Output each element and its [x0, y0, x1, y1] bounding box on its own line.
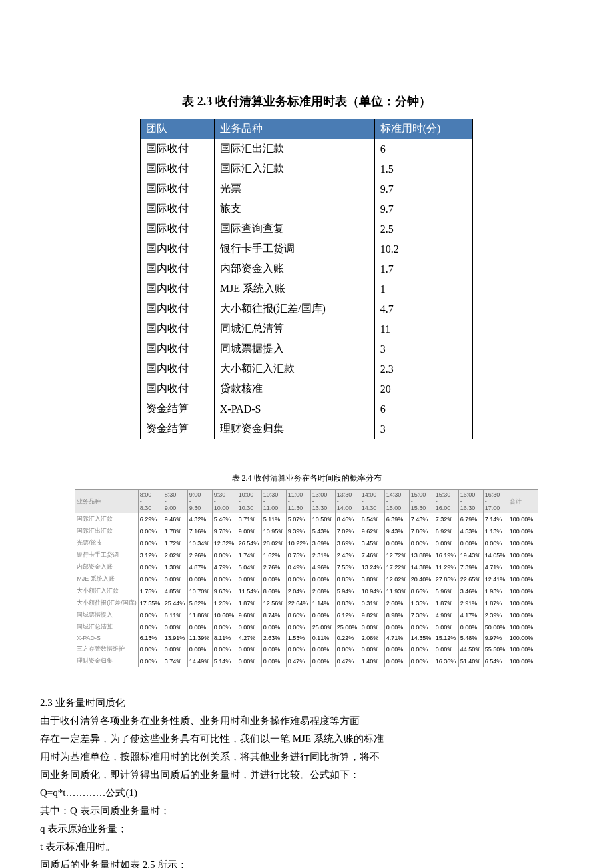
table24-timeheader: 13:00-13:30	[310, 490, 335, 513]
table24-cell: 10.34%	[187, 537, 212, 549]
table24-row: 同城汇总清算0.00%0.00%0.00%0.00%0.00%0.00%0.00…	[75, 621, 538, 633]
table24-cell: 0.00%	[286, 573, 310, 585]
table24-cell: 22.64%	[286, 597, 310, 609]
table24-cell: 1.87%	[434, 597, 458, 609]
table24-cell: 0.11%	[310, 633, 335, 643]
table24-cell: 13.88%	[409, 549, 434, 561]
table24-cell: 5.94%	[335, 585, 360, 597]
table24-cell: 4.90%	[434, 609, 458, 621]
table23-cell: 6	[374, 139, 472, 159]
table24-cell: 5.48%	[458, 633, 483, 643]
table24-cell: 0.00%	[409, 643, 434, 655]
table24-timeheader-bot: 14:30	[362, 505, 383, 511]
table24-cell: 0.00%	[237, 573, 261, 585]
table24-cell: 0.00%	[409, 655, 434, 667]
table24-sumcell: 100.00%	[508, 561, 538, 573]
table24-row: 光票/旅支0.00%1.72%10.34%12.32%26.54%28.02%1…	[75, 537, 538, 549]
table24-cell: 44.50%	[458, 643, 483, 655]
table24-row: X-PAD-S6.13%13.91%11.39%8.11%4.27%2.63%1…	[75, 633, 538, 643]
table24-cell: 2.31%	[310, 549, 335, 561]
table24-timeheader-top: 8:30	[165, 491, 186, 498]
table24-cell: 25.44%	[163, 597, 187, 609]
table24-timeheader: 11:00-11:30	[286, 490, 310, 513]
table24-cell: 7.86%	[409, 525, 434, 537]
table24-timeheader-dash: -	[214, 498, 235, 505]
table24-cell: 5.82%	[187, 597, 212, 609]
table24-cell: 8.74%	[261, 609, 286, 621]
table24-cell: 0.00%	[384, 655, 409, 667]
table24-cell: 0.00%	[138, 537, 163, 549]
table24-cell: 0.00%	[384, 537, 409, 549]
table24-timeheader-dash: -	[239, 498, 260, 505]
table24-cell: 6.13%	[138, 633, 163, 643]
table24-cell: 8.46%	[335, 513, 360, 525]
table23-cell: 1.5	[374, 159, 472, 179]
table24-cell: 1.74%	[237, 549, 261, 561]
table24-cell: 0.00%	[163, 573, 187, 585]
table24-timeheader-bot: 16:00	[436, 505, 457, 511]
table24-cell: 2.43%	[335, 549, 360, 561]
table24-cell: 0.00%	[212, 621, 237, 633]
table24-cell: 0.00%	[310, 655, 335, 667]
table24-cell: 7.43%	[409, 513, 434, 525]
table24-timeheader-bot: 11:00	[263, 505, 285, 511]
table24-cell: 0.75%	[286, 549, 310, 561]
table24-cell: 1.72%	[163, 537, 187, 549]
table23-row: 国际收付旅支9.7	[141, 199, 473, 219]
table23-row: 国际收付光票9.7	[141, 179, 473, 199]
table24-cell: 2.39%	[483, 609, 508, 621]
table24-sumcell: 100.00%	[508, 585, 538, 597]
table24-rowlabel: 同城汇总清算	[75, 621, 139, 633]
table24-timeheader-dash: -	[485, 498, 506, 505]
table24-cell: 0.00%	[458, 537, 483, 549]
table24-sumcell: 100.00%	[508, 609, 538, 621]
table24-rowlabel: 国际汇出汇款	[75, 525, 139, 537]
table24-timeheader: 9:00-9:30	[187, 490, 212, 513]
table24-cell: 0.00%	[187, 643, 212, 655]
table24-row: 银行卡手工贷调3.12%2.02%2.26%0.00%1.74%1.62%0.7…	[75, 549, 538, 561]
table24-rowlabel: 大小额汇入汇款	[75, 585, 139, 597]
table24-cell: 7.39%	[458, 561, 483, 573]
table24-timeheader: 16:30-17:00	[483, 490, 508, 513]
table24-cell: 6.54%	[360, 513, 384, 525]
table24-timeheader: 8:30-9:00	[163, 490, 187, 513]
table24-cell: 5.46%	[212, 513, 237, 525]
table23-cell: 国内收付	[141, 379, 215, 399]
table24-cell: 7.38%	[409, 609, 434, 621]
table24-cell: 12.02%	[384, 573, 409, 585]
table24-cell: 26.54%	[237, 537, 261, 549]
table23-cell: 银行卡手工贷调	[214, 239, 374, 259]
table23-title: 表 2.3 收付清算业务标准用时表（单位：分钟）	[40, 93, 573, 109]
table24-timeheader: 15:30-16:00	[434, 490, 458, 513]
table23-cell: 4.7	[374, 299, 472, 319]
table24-cell: 5.14%	[212, 655, 237, 667]
table24-timeheader: 15:00-15:30	[409, 490, 434, 513]
table23-cell: 理财资金归集	[214, 419, 374, 439]
table23-cell: 国际收付	[141, 219, 215, 239]
table24-timeheader: 14:30-15:00	[384, 490, 409, 513]
table23-row: 国内收付大小额汇入汇款2.3	[141, 359, 473, 379]
table24-rowlabel: 国际汇入汇款	[75, 513, 139, 525]
table24-cell: 13.91%	[163, 633, 187, 643]
table24-cell: 3.69%	[310, 537, 335, 549]
table24-cell: 0.00%	[237, 621, 261, 633]
table24-timeheader-dash: -	[362, 498, 383, 505]
table24-wrap: 业务品种8:00-8:308:30-9:009:00-9:309:30-10:0…	[40, 489, 573, 667]
table23-cell: 同城汇总清算	[214, 319, 374, 339]
table24-cell: 10.50%	[310, 513, 335, 525]
table23-wrap: 团队 业务品种 标准用时(分) 国际收付国际汇出汇款6国际收付国际汇入汇款1.5…	[40, 119, 573, 439]
table24-cell: 0.00%	[163, 621, 187, 633]
table23-cell: 国内收付	[141, 319, 215, 339]
table24-timeheader-top: 14:30	[386, 491, 408, 498]
table24-rowheader: 业务品种	[75, 490, 139, 513]
table24-cell: 1.14%	[310, 597, 335, 609]
table24-sumcell: 100.00%	[508, 549, 538, 561]
table23-row: 资金结算X-PAD-S6	[141, 399, 473, 419]
table24-cell: 10.70%	[187, 585, 212, 597]
table24-cell: 9.78%	[212, 525, 237, 537]
table24-cell: 55.50%	[483, 643, 508, 655]
table24-cell: 0.00%	[310, 643, 335, 655]
table24-cell: 2.63%	[261, 633, 286, 643]
para-line: 由于收付清算各项业务在业务性质、业务用时和业务操作难易程度等方面	[40, 712, 573, 730]
table23-row: 国内收付贷款核准20	[141, 379, 473, 399]
